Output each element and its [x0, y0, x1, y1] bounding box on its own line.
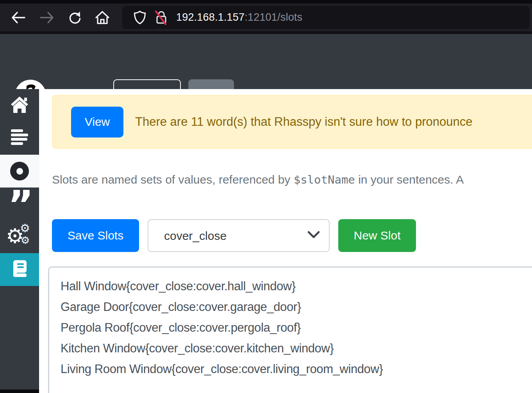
forward-button[interactable] [36, 7, 58, 29]
forward-arrow-icon [39, 11, 55, 24]
sidebar: ” ⚙ ⚙ ⚙ [0, 89, 39, 393]
browser-chrome: 192.168.1.157:12101/slots [0, 0, 532, 34]
settings-gears-icon: ⚙ ⚙ ⚙ [8, 226, 31, 248]
intro-before: Slots are named sets of values, referenc… [52, 173, 294, 186]
new-slot-button[interactable]: New Slot [338, 219, 416, 252]
insecure-lock-icon[interactable] [150, 10, 171, 25]
reload-button[interactable] [64, 7, 86, 29]
url-text: 192.168.1.157:12101/slots [176, 11, 302, 23]
sentences-align-icon [11, 129, 29, 147]
browser-home-button[interactable] [91, 7, 113, 29]
slot-editor-textarea[interactable]: Hall Window{cover_close:cover.hall_windo… [48, 266, 532, 393]
slot-select[interactable]: cover_close [148, 219, 330, 252]
url-bar[interactable]: 192.168.1.157:12101/slots [122, 6, 530, 29]
app-header: 2.5.11 Slots Log [0, 34, 532, 89]
window-bottom-edge [0, 389, 39, 393]
home-icon [10, 96, 29, 115]
save-slots-button[interactable]: Save Slots [52, 219, 139, 252]
sidebar-item-sentences[interactable] [0, 122, 39, 155]
url-host: 192.168.1.157 [176, 11, 245, 23]
slotname-code: $slotName [294, 173, 355, 186]
slot-select-wrap: cover_close [148, 219, 330, 252]
reload-icon [68, 10, 82, 25]
sidebar-item-quotes[interactable]: ” [0, 188, 39, 220]
home-icon [95, 10, 110, 25]
back-arrow-icon [11, 11, 26, 24]
pronounce-warning-banner: View There are 11 word(s) that Rhasspy i… [52, 95, 532, 149]
sidebar-item-settings[interactable]: ⚙ ⚙ ⚙ [0, 220, 39, 253]
record-icon [10, 162, 29, 180]
url-path: :12101/slots [245, 11, 302, 23]
sidebar-item-slots[interactable] [0, 253, 39, 286]
sidebar-item-home[interactable] [0, 89, 39, 122]
view-button[interactable]: View [71, 107, 123, 138]
intro-after: in your sentences. A [355, 173, 464, 186]
back-button[interactable] [7, 7, 29, 29]
shield-icon[interactable] [129, 10, 150, 25]
warning-message: There are 11 word(s) that Rhasspy isn't … [135, 115, 472, 129]
quotes-icon: ” [8, 205, 31, 221]
slots-book-icon [10, 259, 29, 280]
slots-intro-text: Slots are named sets of values, referenc… [52, 173, 464, 186]
